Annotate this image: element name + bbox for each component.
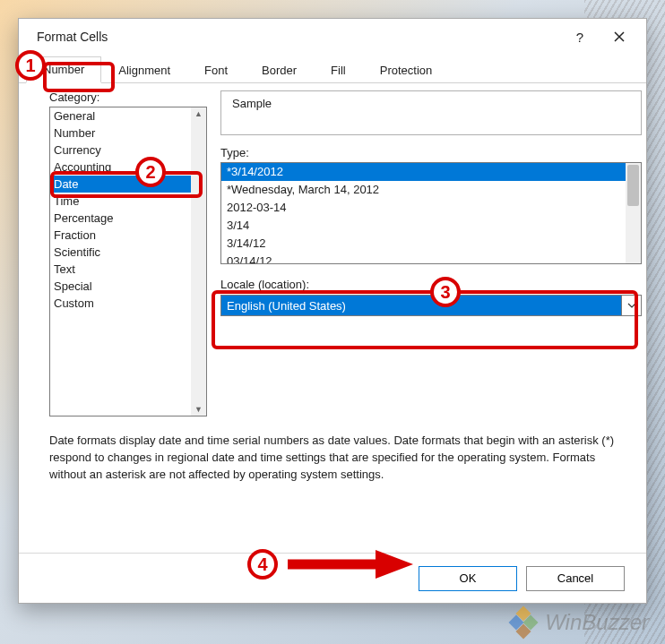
- dialog-footer: OK Cancel: [19, 553, 646, 603]
- tab-font[interactable]: Font: [187, 57, 245, 82]
- category-item[interactable]: Scientific: [50, 244, 206, 261]
- watermark-icon: [509, 608, 538, 637]
- tab-fill[interactable]: Fill: [314, 57, 363, 82]
- tab-number[interactable]: Number: [26, 56, 101, 83]
- tab-border[interactable]: Border: [245, 57, 314, 82]
- ok-button[interactable]: OK: [419, 566, 517, 591]
- scroll-up-icon: ▲: [194, 109, 203, 118]
- category-list[interactable]: GeneralNumberCurrencyAccountingDateTimeP…: [49, 107, 207, 416]
- close-icon: [614, 31, 625, 42]
- dialog-title: Format Cells: [37, 30, 108, 44]
- dialog-body: Category: Sample GeneralNumberCurrencyAc…: [19, 83, 646, 553]
- type-item[interactable]: 03/14/12: [221, 253, 641, 264]
- category-scrollbar[interactable]: ▲ ▼: [191, 107, 206, 416]
- category-label: Category:: [49, 90, 99, 104]
- category-item[interactable]: Number: [50, 125, 206, 142]
- type-item[interactable]: *3/14/2012: [221, 163, 641, 181]
- sample-box: Sample: [220, 90, 642, 135]
- description-text: Date formats display date and time seria…: [49, 433, 625, 484]
- titlebar: Format Cells ?: [19, 19, 646, 55]
- locale-value: English (United States): [221, 299, 621, 313]
- scrollbar-thumb[interactable]: [627, 165, 639, 206]
- tabstrip: NumberAlignmentFontBorderFillProtection: [19, 55, 646, 83]
- chevron-down-icon: [627, 303, 636, 308]
- category-item[interactable]: Fraction: [50, 227, 206, 244]
- category-item[interactable]: Text: [50, 261, 206, 278]
- type-item[interactable]: 2012-03-14: [221, 199, 641, 217]
- locale-label: Locale (location):: [220, 278, 309, 291]
- format-cells-dialog: Format Cells ? NumberAlignmentFontBorder…: [18, 18, 647, 604]
- cancel-button[interactable]: Cancel: [526, 566, 625, 591]
- category-item[interactable]: General: [50, 107, 206, 125]
- category-item[interactable]: Currency: [50, 142, 206, 159]
- type-item[interactable]: *Wednesday, March 14, 2012: [221, 181, 641, 199]
- watermark-text: WinBuzzer: [545, 610, 649, 635]
- category-item[interactable]: Special: [50, 278, 206, 295]
- category-item[interactable]: Custom: [50, 295, 206, 312]
- category-item[interactable]: Accounting: [50, 159, 206, 176]
- locale-combobox[interactable]: English (United States): [220, 295, 642, 316]
- scroll-down-icon: ▼: [194, 405, 203, 414]
- category-item[interactable]: Time: [50, 193, 206, 210]
- type-label: Type:: [220, 146, 249, 159]
- type-list[interactable]: *3/14/2012*Wednesday, March 14, 20122012…: [220, 162, 642, 264]
- locale-dropdown-caret[interactable]: [621, 296, 641, 315]
- category-item[interactable]: Percentage: [50, 210, 206, 227]
- type-scrollbar[interactable]: [626, 163, 641, 263]
- tab-protection[interactable]: Protection: [363, 57, 450, 82]
- tab-alignment[interactable]: Alignment: [101, 57, 187, 82]
- watermark: WinBuzzer: [509, 608, 649, 637]
- type-item[interactable]: 3/14/12: [221, 235, 641, 253]
- category-item[interactable]: Date: [50, 176, 206, 193]
- help-button[interactable]: ?: [560, 22, 600, 51]
- type-item[interactable]: 3/14: [221, 217, 641, 235]
- sample-label: Sample: [232, 97, 272, 110]
- close-button[interactable]: [600, 22, 639, 51]
